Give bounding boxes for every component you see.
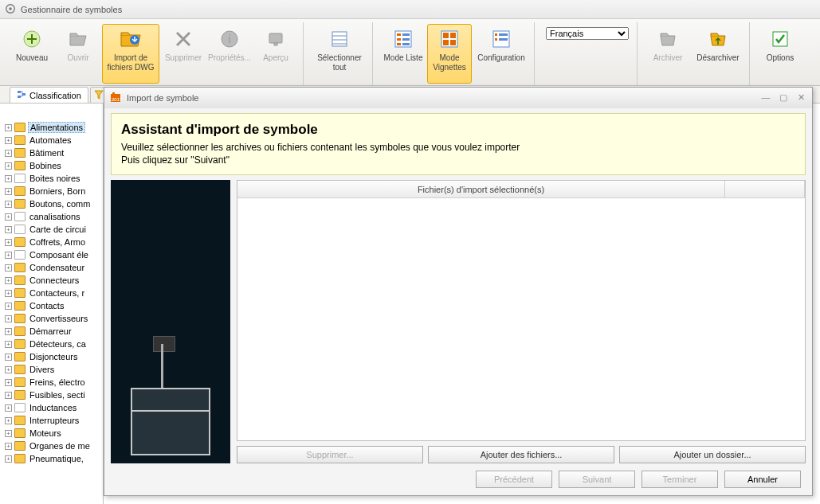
tree-item[interactable]: +Bobines — [2, 159, 103, 172]
folder-icon — [14, 365, 26, 374]
tree-item[interactable]: +Inductances — [2, 401, 103, 414]
tree-item[interactable]: +Boites noires — [2, 172, 103, 185]
maximize-button[interactable]: ▢ — [777, 92, 790, 104]
expand-icon[interactable]: + — [5, 252, 12, 259]
tree-item[interactable]: +Boutons, comm — [2, 197, 103, 210]
expand-icon[interactable]: + — [5, 226, 12, 233]
tree-item[interactable]: +Carte de circui — [2, 223, 103, 236]
thumbnail-mode-icon — [437, 26, 462, 52]
ribbon-archiver[interactable]: Archiver — [645, 24, 690, 84]
dialog-title: Import de symbole — [127, 93, 198, 103]
ribbon-nouveau[interactable]: Nouveau — [10, 24, 54, 84]
tree-item[interactable]: +Condensateur — [2, 261, 103, 274]
expand-icon[interactable]: + — [5, 366, 12, 373]
svg-rect-11 — [402, 33, 410, 36]
expand-icon[interactable]: + — [5, 277, 12, 284]
tree-item[interactable]: +Contacts — [2, 299, 103, 312]
classification-tree[interactable]: +Alimentations+Automates+Bâtiment+Bobine… — [0, 104, 103, 504]
expand-icon[interactable]: + — [5, 315, 12, 322]
tree-item[interactable]: +Moteurs — [2, 427, 103, 440]
btn-ajouter-dossier[interactable]: Ajouter un dossier... — [619, 446, 806, 463]
ribbon-ouvrir[interactable]: Ouvrir — [56, 24, 100, 84]
expand-icon[interactable]: + — [5, 417, 12, 424]
expand-icon[interactable]: + — [5, 150, 12, 157]
tab-classification[interactable]: Classification — [10, 87, 88, 103]
btn-supprimer-file[interactable]: Supprimer... — [237, 446, 423, 463]
btn-terminer[interactable]: Terminer — [641, 471, 718, 488]
expand-icon[interactable]: + — [5, 264, 12, 272]
expand-icon[interactable]: + — [5, 328, 12, 335]
ribbon-import-dwg[interactable]: Import de fichiers DWG — [102, 24, 159, 84]
folder-icon — [14, 123, 26, 132]
expand-icon[interactable]: + — [5, 137, 12, 144]
btn-suivant[interactable]: Suivant — [559, 471, 635, 488]
expand-icon[interactable]: + — [5, 239, 12, 246]
svg-rect-23 — [499, 33, 508, 36]
expand-icon[interactable]: + — [5, 430, 12, 437]
tree-item[interactable]: +Interrupteurs — [2, 414, 103, 427]
tree-item[interactable]: +Organes de me — [2, 440, 103, 452]
expand-icon[interactable]: + — [5, 290, 12, 297]
minimize-button[interactable]: — — [759, 92, 772, 104]
tree-item[interactable]: +Pneumatique, — [2, 452, 103, 465]
ribbon-mode-liste[interactable]: Mode Liste — [381, 24, 426, 84]
expand-icon[interactable]: + — [5, 175, 12, 182]
tree-item[interactable]: +Bâtiment — [2, 147, 103, 159]
document-icon — [14, 225, 26, 234]
expand-icon[interactable]: + — [5, 455, 12, 463]
ribbon-apercu[interactable]: Aperçu — [253, 24, 298, 84]
tree-item[interactable]: +Convertisseurs — [2, 312, 103, 325]
ribbon-group-affichage: Mode Liste Mode Vignettes Configuration — [376, 22, 535, 85]
grid-header-extra — [725, 181, 805, 198]
dialog-titlebar[interactable]: 2017 Import de symbole — ▢ ✕ — [104, 88, 812, 108]
expand-icon[interactable]: + — [5, 201, 12, 208]
tree-item[interactable]: +Divers — [2, 363, 103, 376]
expand-icon[interactable]: + — [5, 124, 12, 131]
tree-item[interactable]: +Fusibles, secti — [2, 389, 103, 401]
tree-item[interactable]: +Démarreur — [2, 325, 103, 338]
ribbon-group-langue: Français — [538, 22, 638, 85]
ribbon-configuration[interactable]: Configuration — [473, 24, 529, 84]
btn-annuler[interactable]: Annuler — [724, 471, 801, 488]
ribbon-select-tout[interactable]: Sélectionner tout — [312, 24, 367, 84]
dialog-heading: Assistant d'import de symbole — [121, 122, 795, 138]
tree-item[interactable]: +Coffrets, Armo — [2, 236, 103, 248]
expand-icon[interactable]: + — [5, 404, 12, 412]
ribbon-proprietes[interactable]: i Propriétés... — [207, 24, 252, 84]
expand-icon[interactable]: + — [5, 354, 12, 361]
expand-icon[interactable]: + — [5, 379, 12, 386]
expand-icon[interactable]: + — [5, 392, 12, 399]
folder-icon — [14, 352, 26, 361]
selected-files-grid[interactable]: Fichier(s) d'import sélectionné(s) — [237, 180, 806, 441]
tree-item-label: canalisations — [28, 212, 82, 221]
tree-item[interactable]: +canalisations — [2, 210, 103, 223]
folder-icon — [14, 416, 26, 425]
expand-icon[interactable]: + — [5, 162, 12, 170]
tree-item[interactable]: +Automates — [2, 134, 103, 147]
tree-item[interactable]: +Freins, électro — [2, 376, 103, 389]
expand-icon[interactable]: + — [5, 443, 12, 450]
expand-icon[interactable]: + — [5, 341, 12, 348]
tree-item-label: Condensateur — [28, 263, 86, 272]
ribbon-supprimer[interactable]: Supprimer — [161, 24, 206, 84]
tree-item[interactable]: +Contacteurs, r — [2, 287, 103, 299]
expand-icon[interactable]: + — [5, 303, 12, 310]
svg-rect-10 — [397, 33, 401, 36]
tree-item[interactable]: +Connecteurs — [2, 274, 103, 287]
dialog-icon: 2017 — [109, 91, 122, 105]
close-button[interactable]: ✕ — [794, 92, 807, 104]
btn-ajouter-fichiers[interactable]: Ajouter des fichiers... — [428, 446, 614, 463]
tree-item[interactable]: +Disjoncteurs — [2, 350, 103, 363]
tree-item[interactable]: +Détecteurs, ca — [2, 338, 103, 350]
tree-item[interactable]: +Alimentations — [2, 121, 103, 134]
expand-icon[interactable]: + — [5, 188, 12, 195]
svg-rect-6 — [269, 33, 282, 43]
language-select[interactable]: Français — [546, 27, 629, 40]
btn-precedent[interactable]: Précédent — [476, 471, 552, 488]
ribbon-options[interactable]: Options — [758, 24, 802, 84]
ribbon-mode-vignettes[interactable]: Mode Vignettes — [427, 24, 472, 84]
tree-item[interactable]: +Composant éle — [2, 248, 103, 261]
tree-item[interactable]: +Borniers, Born — [2, 185, 103, 197]
ribbon-desarchiver[interactable]: Désarchiver — [692, 24, 744, 84]
expand-icon[interactable]: + — [5, 213, 12, 221]
